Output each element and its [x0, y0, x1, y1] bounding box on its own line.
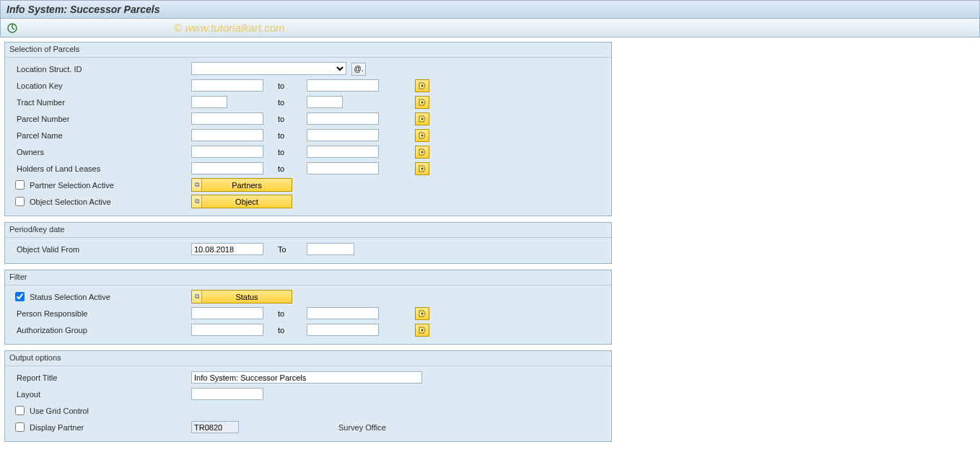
label-owners: Owners [11, 148, 191, 156]
label-layout: Layout [11, 390, 191, 399]
object-button[interactable]: ⧉ Object [191, 195, 292, 208]
location-key-more-icon[interactable] [415, 79, 429, 92]
group-filter: Filter Status Selection Active ⧉ Status … [4, 270, 612, 345]
group-selection-parcels: Selection of Parcels Location Struct. ID… [4, 42, 612, 216]
to-label: to [278, 131, 307, 140]
status-selection-text: Status Selection Active [30, 293, 110, 301]
to-label: to [278, 81, 307, 90]
use-grid-text: Use Grid Control [30, 407, 89, 415]
label-grid: Use Grid Control [11, 406, 191, 415]
to-label: to [278, 148, 307, 156]
parcel-name-to-input[interactable] [307, 129, 379, 141]
partners-button[interactable]: ⧉ Partners [191, 178, 292, 192]
label-location-key: Location Key [11, 81, 191, 90]
auth-to-input[interactable] [307, 324, 379, 336]
location-struct-id-help-icon[interactable]: @. [351, 63, 366, 76]
row-report-title: Report Title [5, 369, 611, 386]
status-button[interactable]: ⧉ Status [191, 290, 292, 303]
window-title: Info System: Successor Parcels [6, 4, 159, 15]
auth-more-icon[interactable] [415, 324, 429, 337]
partner-selection-text: Partner Selection Active [30, 181, 114, 190]
content-area: Selection of Parcels Location Struct. ID… [0, 37, 980, 452]
to-label: to [278, 115, 307, 123]
row-status-selection: Status Selection Active ⧉ Status [5, 288, 611, 305]
parcel-number-more-icon[interactable] [415, 112, 429, 125]
watermark-text: © www.tutorialkart.com [174, 22, 285, 34]
row-location-struct-id: Location Struct. ID @. [5, 61, 611, 77]
use-grid-checkbox[interactable] [15, 406, 25, 415]
row-holders: Holders of Land Leases to [5, 160, 611, 177]
row-partner-selection: Partner Selection Active ⧉ Partners [5, 177, 611, 193]
partner-selection-checkbox[interactable] [15, 180, 25, 190]
status-selection-checkbox[interactable] [15, 292, 25, 301]
parcel-number-to-input[interactable] [307, 112, 379, 125]
row-tract-number: Tract Number to [5, 94, 611, 110]
expand-icon: ⧉ [192, 291, 202, 303]
parcel-name-from-input[interactable] [191, 129, 263, 141]
label-auth: Authorization Group [11, 326, 191, 334]
row-owners: Owners to [5, 143, 611, 160]
group-title: Filter [5, 270, 611, 285]
tract-number-to-input[interactable] [307, 96, 343, 108]
group-output: Output options Report Title Layout Use G… [4, 350, 612, 442]
row-authorization-group: Authorization Group to [5, 322, 611, 338]
execute-icon[interactable] [6, 22, 18, 34]
object-selection-checkbox[interactable] [15, 197, 25, 206]
parcel-name-more-icon[interactable] [415, 129, 429, 142]
row-parcel-number: Parcel Number to [5, 110, 611, 127]
row-valid-from: Object Valid From To [5, 241, 611, 257]
label-status-selection: Status Selection Active [11, 292, 191, 301]
label-report-title: Report Title [11, 373, 191, 382]
application-toolbar: © www.tutorialkart.com [0, 19, 980, 37]
report-title-input[interactable] [191, 371, 422, 384]
label-person: Person Responsible [11, 309, 191, 318]
to-label: To [278, 245, 307, 254]
owners-more-icon[interactable] [415, 146, 429, 159]
row-parcel-name: Parcel Name to [5, 127, 611, 143]
holders-more-icon[interactable] [415, 162, 429, 175]
valid-from-input[interactable] [191, 243, 263, 255]
object-selection-text: Object Selection Active [30, 198, 111, 206]
label-partner-selection: Partner Selection Active [11, 180, 191, 190]
to-label: to [278, 326, 307, 334]
to-label: to [278, 309, 307, 318]
survey-office-text: Survey Office [336, 423, 386, 432]
person-to-input[interactable] [307, 307, 379, 319]
owners-from-input[interactable] [191, 146, 263, 158]
expand-icon: ⧉ [192, 195, 202, 208]
location-struct-id-select[interactable] [191, 62, 346, 75]
holders-from-input[interactable] [191, 162, 263, 174]
row-object-selection: Object Selection Active ⧉ Object [5, 193, 611, 210]
label-parcel-number: Parcel Number [11, 115, 191, 123]
label-holders: Holders of Land Leases [11, 164, 191, 173]
to-label: to [278, 98, 307, 107]
layout-input[interactable] [191, 388, 263, 400]
owners-to-input[interactable] [307, 146, 379, 158]
location-key-to-input[interactable] [307, 79, 379, 92]
display-partner-value [191, 421, 239, 433]
row-location-key: Location Key to [5, 77, 611, 94]
group-title: Period/key date [5, 223, 611, 238]
window-title-bar: Info System: Successor Parcels [0, 0, 980, 19]
location-key-from-input[interactable] [191, 79, 263, 92]
row-grid: Use Grid Control [5, 402, 611, 419]
display-partner-text: Display Partner [30, 423, 84, 432]
person-from-input[interactable] [191, 307, 263, 319]
label-location-struct-id: Location Struct. ID [11, 65, 191, 74]
label-object-selection: Object Selection Active [11, 197, 191, 206]
tract-number-more-icon[interactable] [415, 96, 429, 109]
display-partner-checkbox[interactable] [15, 422, 25, 432]
tract-number-from-input[interactable] [191, 96, 227, 108]
holders-to-input[interactable] [307, 162, 379, 174]
person-more-icon[interactable] [415, 307, 429, 320]
parcel-number-from-input[interactable] [191, 112, 263, 125]
row-layout: Layout [5, 386, 611, 402]
expand-icon: ⧉ [192, 179, 202, 191]
valid-to-input[interactable] [307, 243, 354, 255]
auth-from-input[interactable] [191, 324, 263, 336]
label-valid-from: Object Valid From [11, 245, 191, 254]
to-label: to [278, 164, 307, 173]
group-period: Period/key date Object Valid From To [4, 222, 612, 264]
group-title: Output options [5, 351, 611, 366]
group-title: Selection of Parcels [5, 43, 611, 58]
